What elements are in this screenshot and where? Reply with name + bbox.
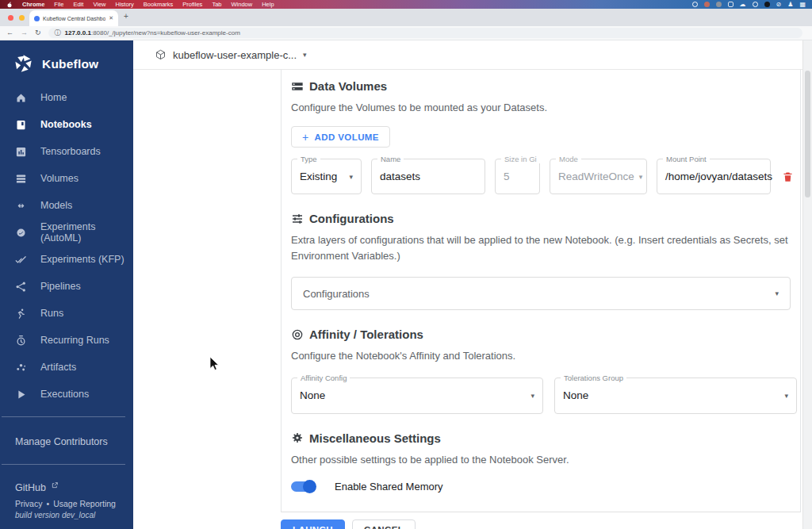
add-volume-button[interactable]: + ADD VOLUME bbox=[291, 126, 390, 148]
site-info-icon[interactable]: ⓘ bbox=[55, 30, 61, 36]
configurations-select[interactable]: Configurations ▾ bbox=[291, 277, 791, 310]
menu-item-edit[interactable]: Edit bbox=[73, 1, 83, 8]
back-icon[interactable]: ← bbox=[6, 29, 13, 36]
sidebar-nav: Home Notebooks Tensorboards Volumes Mode… bbox=[0, 84, 133, 408]
scrollbar-thumb[interactable] bbox=[805, 71, 810, 197]
sidebar-item-tensorboards[interactable]: Tensorboards bbox=[0, 138, 133, 165]
section-title: Affinity / Tolerations bbox=[309, 328, 423, 341]
browser-toolbar: ← → ↻ ⓘ 127.0.0.1:8080/_/jupyter/new?ns=… bbox=[0, 26, 812, 40]
status-icon bbox=[728, 2, 733, 7]
menu-item-tab[interactable]: Tab bbox=[212, 1, 221, 8]
field-value: 5 bbox=[504, 171, 510, 182]
sidebar-item-label: Models bbox=[40, 200, 72, 211]
gear-icon bbox=[291, 431, 304, 444]
menu-item-help[interactable]: Help bbox=[262, 1, 274, 8]
trash-icon bbox=[782, 171, 794, 183]
misc-settings-heading: Miscellaneous Settings bbox=[291, 431, 791, 445]
sidebar-item-label: Volumes bbox=[40, 173, 79, 184]
affinity-config-select[interactable]: Affinity Config None ▾ bbox=[291, 378, 543, 414]
menu-item-file[interactable]: File bbox=[54, 1, 63, 8]
form-card: Data Volumes Configure the Volumes to be… bbox=[281, 70, 801, 512]
menu-item-view[interactable]: View bbox=[93, 1, 105, 8]
notebooks-icon bbox=[15, 119, 27, 131]
close-window-button[interactable] bbox=[8, 15, 13, 21]
grid-icon: ▦ bbox=[799, 2, 806, 7]
sidebar-item-artifacts[interactable]: Artifacts bbox=[0, 354, 133, 381]
new-tab-button[interactable]: + bbox=[124, 12, 128, 21]
chevron-down-icon: ▾ bbox=[770, 289, 779, 297]
privacy-link[interactable]: Privacy bbox=[15, 499, 42, 508]
sidebar-item-volumes[interactable]: Volumes bbox=[0, 165, 133, 192]
affinity-row: Affinity Config None ▾ Tolerations Group… bbox=[291, 378, 791, 414]
status-icon bbox=[753, 2, 758, 7]
forward-icon[interactable]: → bbox=[21, 29, 28, 36]
volume-row: Type Existing ▾ Name datasets Size in Gi… bbox=[291, 159, 791, 194]
sidebar-item-executions[interactable]: Executions bbox=[0, 381, 133, 408]
sidebar-divider bbox=[2, 416, 125, 417]
data-volumes-heading: Data Volumes bbox=[291, 79, 791, 93]
experiments-kfp-icon bbox=[15, 254, 27, 266]
sidebar-item-manage-contributors[interactable]: Manage Contributors bbox=[0, 428, 133, 455]
chevron-down-icon: ▾ bbox=[303, 51, 307, 59]
scrollbar[interactable] bbox=[802, 40, 812, 529]
configurations-description: Extra layers of configurations that will… bbox=[291, 232, 791, 264]
sidebar: Kubeflow Home Notebooks Tensorboards Vol… bbox=[0, 40, 133, 529]
url-path: :8080/_/jupyter/new?ns=kubeflow-user-exa… bbox=[91, 29, 240, 36]
data-volumes-description: Configure the Volumes to be mounted as y… bbox=[291, 100, 791, 116]
volume-type-select[interactable]: Type Existing ▾ bbox=[291, 159, 362, 194]
tolerations-group-select[interactable]: Tolerations Group None ▾ bbox=[554, 378, 797, 414]
field-label: Name bbox=[377, 155, 404, 163]
misc-description: Other possible settings to be applied to… bbox=[291, 452, 791, 468]
shared-memory-label: Enable Shared Memory bbox=[335, 481, 443, 493]
sidebar-item-models[interactable]: Models bbox=[0, 192, 133, 219]
volumes-icon bbox=[15, 173, 27, 185]
notebook-form: Data Volumes Configure the Volumes to be… bbox=[133, 70, 812, 529]
status-icon: ⊘ bbox=[776, 2, 782, 7]
address-bar[interactable]: ⓘ 127.0.0.1:8080/_/jupyter/new?ns=kubefl… bbox=[48, 28, 802, 38]
sidebar-item-label: Home bbox=[40, 92, 67, 103]
apple-icon[interactable] bbox=[6, 2, 13, 8]
sidebar-item-label: Tensorboards bbox=[40, 146, 101, 157]
tune-icon bbox=[291, 213, 304, 225]
menu-item-bookmarks[interactable]: Bookmarks bbox=[144, 1, 174, 8]
configurations-heading: Configurations bbox=[291, 212, 791, 225]
shared-memory-toggle[interactable] bbox=[291, 481, 315, 492]
launch-button[interactable]: LAUNCH bbox=[281, 519, 345, 529]
sidebar-item-github[interactable]: GitHub bbox=[0, 474, 133, 501]
volume-name-input[interactable]: Name datasets bbox=[371, 159, 485, 194]
sidebar-item-experiments-kfp[interactable]: Experiments (KFP) bbox=[0, 246, 133, 273]
usage-reporting-link[interactable]: Usage Reporting bbox=[53, 499, 116, 508]
sidebar-item-experiments-automl[interactable]: Experiments (AutoML) bbox=[0, 219, 133, 246]
field-value: None bbox=[300, 389, 325, 401]
field-value: /home/jovyan/datasets bbox=[665, 171, 772, 182]
namespace-selector[interactable]: kubeflow-user-example-c... ▾ bbox=[155, 49, 307, 61]
sidebar-item-pipelines[interactable]: Pipelines bbox=[0, 273, 133, 300]
namespace-value: kubeflow-user-example-c... bbox=[173, 49, 297, 61]
tensorboards-icon bbox=[15, 146, 27, 158]
menu-item-window[interactable]: Window bbox=[231, 1, 252, 8]
chevron-down-icon: ▾ bbox=[526, 392, 534, 400]
sidebar-item-label: Experiments (KFP) bbox=[40, 254, 124, 265]
section-title: Miscellaneous Settings bbox=[309, 431, 441, 445]
reload-icon[interactable]: ↻ bbox=[35, 29, 41, 36]
menu-item-chrome[interactable]: Chrome bbox=[22, 1, 44, 8]
cancel-button[interactable]: CANCEL bbox=[352, 519, 416, 529]
kubeflow-brand[interactable]: Kubeflow bbox=[0, 40, 133, 75]
volume-mount-input[interactable]: Mount Point /home/jovyan/datasets bbox=[657, 159, 771, 194]
delete-volume-button[interactable] bbox=[782, 171, 794, 183]
menu-item-history[interactable]: History bbox=[116, 1, 134, 8]
sidebar-divider bbox=[2, 464, 125, 465]
sidebar-item-recurring-runs[interactable]: Recurring Runs bbox=[0, 327, 133, 354]
footer-separator: • bbox=[46, 499, 49, 508]
sidebar-item-home[interactable]: Home bbox=[0, 84, 133, 111]
browser-tab[interactable]: Kubeflow Central Dashboard ✕ bbox=[29, 10, 118, 26]
brand-name: Kubeflow bbox=[42, 57, 98, 71]
sidebar-item-runs[interactable]: Runs bbox=[0, 300, 133, 327]
sidebar-item-notebooks[interactable]: Notebooks bbox=[0, 111, 133, 138]
minimize-window-button[interactable] bbox=[19, 15, 25, 21]
experiments-automl-icon bbox=[15, 227, 27, 239]
menu-item-profiles[interactable]: Profiles bbox=[182, 1, 202, 8]
tab-close-icon[interactable]: ✕ bbox=[109, 15, 113, 21]
field-label: Type bbox=[297, 155, 320, 163]
sidebar-item-label: Pipelines bbox=[40, 281, 81, 292]
